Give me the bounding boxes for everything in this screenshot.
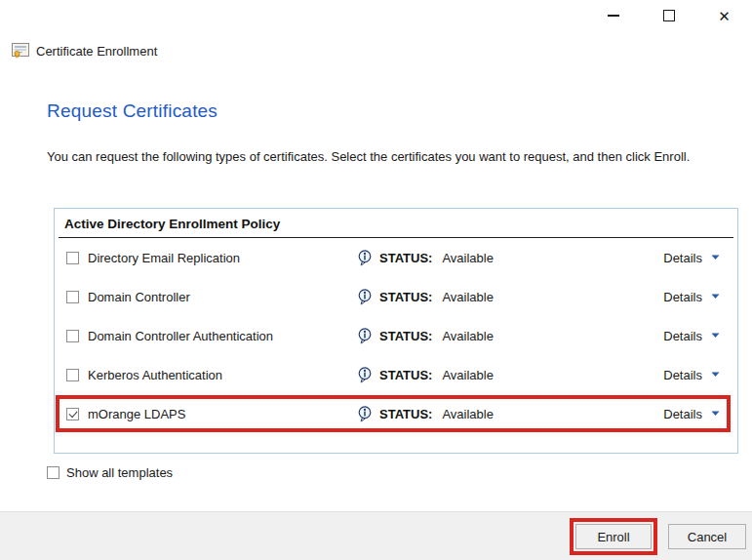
info-icon [357, 367, 373, 383]
chevron-down-icon [711, 294, 720, 300]
template-name: Directory Email Replication [88, 251, 240, 265]
table-row: Directory Email Replication STATUS: Avai… [55, 238, 737, 277]
info-icon [357, 289, 373, 305]
page-title: Request Certificates [47, 100, 218, 122]
template-checkbox[interactable] [66, 408, 79, 420]
details-toggle[interactable]: Details [663, 251, 720, 265]
status-label: STATUS: [379, 329, 432, 343]
info-icon [357, 250, 373, 266]
info-icon [357, 406, 373, 422]
close-button[interactable]: ✕ [696, 5, 752, 26]
template-name-cell: Domain Controller [66, 290, 357, 304]
chevron-down-icon [711, 372, 720, 378]
template-checkbox[interactable] [66, 252, 79, 264]
details-label: Details [663, 329, 702, 343]
chevron-down-icon [711, 411, 720, 417]
enrollment-policy-panel: Active Directory Enrollment Policy Direc… [54, 208, 738, 454]
footer-bar: Enroll Cancel [0, 511, 752, 560]
details-label: Details [663, 407, 702, 421]
template-name: Domain Controller [88, 290, 190, 304]
show-all-templates-label: Show all templates [66, 465, 173, 480]
details-toggle[interactable]: Details [663, 368, 720, 382]
enroll-button[interactable]: Enroll [575, 524, 652, 549]
template-status-cell: STATUS: Available [357, 250, 606, 266]
status-label: STATUS: [379, 251, 432, 265]
details-label: Details [663, 290, 702, 304]
template-checkbox[interactable] [66, 330, 79, 342]
certificate-icon [12, 43, 29, 59]
window-controls: ✕ [585, 5, 752, 26]
status-label: STATUS: [379, 368, 432, 382]
show-all-templates: Show all templates [47, 465, 173, 480]
policy-panel-title: Active Directory Enrollment Policy [55, 209, 737, 237]
status-value: Available [442, 251, 494, 265]
app-title: Certificate Enrollment [36, 44, 157, 59]
template-name-cell: mOrange LDAPS [66, 407, 357, 421]
template-status-cell: STATUS: Available [357, 289, 606, 305]
template-name: Kerberos Authentication [88, 368, 222, 382]
status-label: STATUS: [379, 290, 432, 304]
template-status-cell: STATUS: Available [357, 328, 606, 344]
template-name-cell: Kerberos Authentication [66, 368, 357, 382]
status-value: Available [442, 290, 494, 304]
minimize-button[interactable] [585, 5, 641, 26]
details-toggle[interactable]: Details [663, 329, 720, 343]
table-row: Domain Controller Authentication STATUS:… [55, 316, 737, 355]
status-value: Available [442, 368, 494, 382]
template-status-cell: STATUS: Available [357, 406, 606, 422]
template-name-cell: Directory Email Replication [66, 251, 357, 265]
table-row: Domain Controller STATUS: Available Deta… [55, 277, 737, 316]
maximize-button[interactable] [641, 5, 696, 26]
cancel-button[interactable]: Cancel [668, 524, 746, 549]
template-name-cell: Domain Controller Authentication [66, 329, 357, 343]
close-icon: ✕ [718, 9, 731, 23]
status-label: STATUS: [379, 407, 432, 421]
minimize-icon [608, 15, 619, 17]
details-label: Details [663, 251, 702, 265]
details-toggle[interactable]: Details [663, 407, 720, 421]
template-checkbox[interactable] [66, 369, 79, 381]
template-checkbox[interactable] [66, 291, 79, 303]
title-bar: ✕ [0, 0, 752, 31]
status-value: Available [442, 407, 494, 421]
status-value: Available [442, 329, 494, 343]
template-status-cell: STATUS: Available [357, 367, 606, 383]
page-description: You can request the following types of c… [47, 146, 730, 168]
template-name: Domain Controller Authentication [88, 329, 273, 343]
table-row: mOrange LDAPS STATUS: Available Details [55, 394, 737, 433]
maximize-icon [663, 10, 675, 21]
template-list: Directory Email Replication STATUS: Avai… [55, 238, 737, 433]
chevron-down-icon [711, 333, 720, 339]
table-row: Kerberos Authentication STATUS: Availabl… [55, 355, 737, 394]
template-name: mOrange LDAPS [88, 407, 185, 421]
info-icon [357, 328, 373, 344]
app-header: Certificate Enrollment [12, 43, 157, 59]
details-toggle[interactable]: Details [663, 290, 720, 304]
details-label: Details [663, 368, 702, 382]
show-all-templates-checkbox[interactable] [47, 466, 59, 479]
chevron-down-icon [711, 255, 720, 260]
